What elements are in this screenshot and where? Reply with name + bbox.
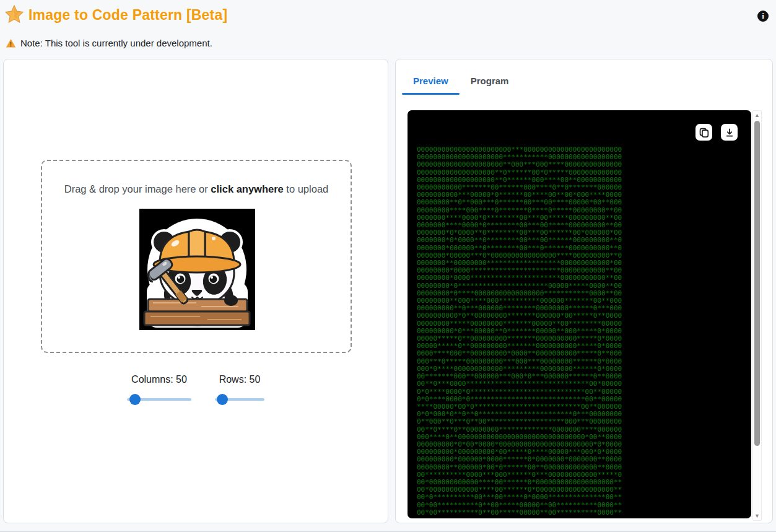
ascii-row: 0000000*0*0000**0********00***00******00… — [417, 237, 622, 244]
terminal-scrollbar[interactable]: ▲ ▼ — [752, 110, 762, 521]
ascii-row: 0000000000*0**00000000*******000000*00**… — [417, 312, 622, 320]
ascii-row: 000000000000000000000**000***000****0000… — [417, 161, 622, 168]
ascii-row: 00*00**********0**00*****00000**00******… — [417, 509, 622, 517]
ascii-row: 00000000*0000**********************00000… — [417, 274, 622, 282]
rows-control: Rows: 50 — [215, 374, 264, 405]
page-title: Image to Code Pattern [Beta] — [28, 7, 227, 24]
scrollbar-up-icon[interactable]: ▲ — [753, 112, 761, 118]
star-icon — [5, 5, 24, 24]
ascii-row: 00**0****0**00000000*************0000000… — [417, 426, 622, 434]
upload-panel: Drag & drop your image here or click any… — [3, 59, 388, 523]
columns-slider[interactable] — [127, 394, 191, 405]
copy-button[interactable] — [695, 124, 712, 141]
rows-slider[interactable] — [215, 394, 264, 405]
ascii-row: 0*0****0000*0***************************… — [417, 388, 622, 396]
columns-control: Columns: 50 — [127, 374, 191, 405]
ascii-row: 00000000**000000*00*0******00**000000000… — [417, 464, 622, 471]
ascii-row: 00000000****000****0*******0****0*****00… — [417, 207, 622, 214]
dropzone-prompt: Drag & drop your image here or click any… — [42, 183, 351, 195]
info-icon[interactable]: i — [757, 11, 769, 22]
ascii-row: 0000000000000000000**0******00*0*****000… — [417, 169, 622, 177]
rows-label: Rows: 50 — [219, 374, 261, 385]
output-tabs: Preview Program — [402, 72, 520, 95]
rows-slider-thumb[interactable] — [217, 394, 228, 405]
ascii-row: 00**0***0000****************************… — [417, 380, 622, 388]
ascii-row: 000000000*000000*0000******0*0000000*000… — [417, 456, 622, 463]
ascii-row: 0000000*000000**0********00***0******000… — [417, 245, 622, 252]
ascii-row: 00*0**********00***00*****0*0000********… — [417, 494, 622, 501]
tab-program[interactable]: Program — [460, 72, 520, 95]
ascii-art: 00000000000000000000000***00000000000000… — [417, 146, 622, 517]
uploaded-image — [139, 209, 255, 330]
app-header: Image to Code Pattern [Beta] i Note: Thi… — [0, 0, 776, 57]
copy-icon — [699, 127, 709, 137]
dev-note: Note: This tool is currently under devel… — [6, 38, 212, 48]
ascii-row: 00000000**0**000***0******00***00****000… — [417, 199, 622, 206]
download-icon — [725, 128, 735, 137]
output-panel: Preview Program 00000000000000000000000*… — [395, 59, 773, 523]
tab-preview[interactable]: Preview — [402, 72, 460, 95]
scrollbar-thumb[interactable] — [754, 121, 760, 446]
ascii-preview-terminal: 00000000000000000000000***00000000000000… — [408, 110, 751, 518]
image-dropzone[interactable]: Drag & drop your image here or click any… — [41, 160, 352, 353]
download-button[interactable] — [721, 124, 738, 141]
ascii-row: 0**000**0***0**00*******************000*… — [417, 418, 622, 425]
note-text: Note: This tool is currently under devel… — [20, 38, 212, 48]
grid-controls: Columns: 50 Rows: 50 — [4, 374, 388, 405]
warning-icon — [6, 38, 16, 48]
columns-slider-thumb[interactable] — [129, 394, 141, 405]
ascii-row: 00*00**********0**00*****00000**00******… — [417, 502, 622, 509]
ascii-row: 0000****000**000000000*0000**0000000000*… — [417, 350, 622, 357]
scrollbar-down-icon[interactable]: ▼ — [753, 513, 761, 519]
columns-label: Columns: 50 — [131, 374, 187, 385]
